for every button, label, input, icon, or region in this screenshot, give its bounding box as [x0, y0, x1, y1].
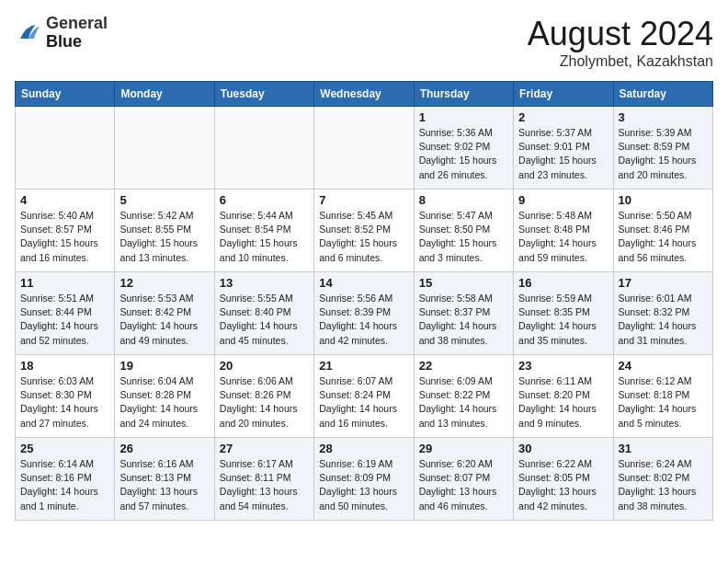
weekday-header-saturday: Saturday	[613, 82, 712, 107]
day-number: 9	[518, 193, 608, 207]
week-row-4: 18Sunrise: 6:03 AM Sunset: 8:30 PM Dayli…	[16, 355, 713, 438]
day-detail: Sunrise: 6:16 AM Sunset: 8:13 PM Dayligh…	[119, 457, 209, 513]
day-detail: Sunrise: 5:59 AM Sunset: 8:35 PM Dayligh…	[518, 292, 608, 348]
day-detail: Sunrise: 6:11 AM Sunset: 8:20 PM Dayligh…	[518, 374, 608, 431]
day-detail: Sunrise: 5:45 AM Sunset: 8:52 PM Dayligh…	[319, 209, 408, 265]
day-detail: Sunrise: 6:14 AM Sunset: 8:16 PM Dayligh…	[20, 457, 109, 513]
day-detail: Sunrise: 6:12 AM Sunset: 8:18 PM Dayligh…	[619, 374, 708, 431]
day-detail: Sunrise: 6:03 AM Sunset: 8:30 PM Dayligh…	[20, 374, 109, 431]
day-cell: 7Sunrise: 5:45 AM Sunset: 8:52 PM Daylig…	[314, 190, 414, 272]
day-number: 4	[20, 193, 109, 207]
day-cell: 8Sunrise: 5:47 AM Sunset: 8:50 PM Daylig…	[414, 190, 513, 272]
day-cell: 21Sunrise: 6:07 AM Sunset: 8:24 PM Dayli…	[314, 355, 414, 438]
day-cell: 3Sunrise: 5:39 AM Sunset: 8:59 PM Daylig…	[613, 107, 712, 190]
day-cell	[214, 107, 313, 190]
logo-line2: Blue	[46, 33, 108, 52]
week-row-3: 11Sunrise: 5:51 AM Sunset: 8:44 PM Dayli…	[16, 272, 713, 355]
day-cell: 18Sunrise: 6:03 AM Sunset: 8:30 PM Dayli…	[16, 355, 115, 438]
week-row-5: 25Sunrise: 6:14 AM Sunset: 8:16 PM Dayli…	[16, 438, 713, 521]
day-detail: Sunrise: 5:56 AM Sunset: 8:39 PM Dayligh…	[319, 292, 408, 348]
day-cell: 26Sunrise: 6:16 AM Sunset: 8:13 PM Dayli…	[115, 438, 214, 521]
weekday-header-monday: Monday	[115, 82, 214, 107]
weekday-header-wednesday: Wednesday	[314, 82, 414, 107]
day-number: 25	[20, 442, 109, 455]
day-cell: 1Sunrise: 5:36 AM Sunset: 9:02 PM Daylig…	[414, 107, 513, 190]
day-detail: Sunrise: 6:01 AM Sunset: 8:32 PM Dayligh…	[619, 292, 708, 348]
day-number: 23	[518, 359, 608, 373]
weekday-header-friday: Friday	[514, 82, 613, 107]
logo-text: General Blue	[46, 15, 108, 52]
day-detail: Sunrise: 5:51 AM Sunset: 8:44 PM Dayligh…	[20, 292, 109, 348]
weekday-header-tuesday: Tuesday	[214, 82, 313, 107]
day-number: 16	[518, 276, 608, 290]
week-row-1: 1Sunrise: 5:36 AM Sunset: 9:02 PM Daylig…	[16, 107, 713, 190]
day-detail: Sunrise: 6:04 AM Sunset: 8:28 PM Dayligh…	[119, 374, 209, 431]
day-cell: 2Sunrise: 5:37 AM Sunset: 9:01 PM Daylig…	[514, 107, 613, 190]
day-cell	[16, 107, 115, 190]
day-number: 20	[220, 359, 309, 373]
logo-icon	[15, 19, 42, 47]
day-number: 11	[20, 276, 109, 290]
day-cell: 10Sunrise: 5:50 AM Sunset: 8:46 PM Dayli…	[613, 190, 712, 272]
day-detail: Sunrise: 6:24 AM Sunset: 8:02 PM Dayligh…	[619, 457, 708, 513]
weekday-header-row: SundayMondayTuesdayWednesdayThursdayFrid…	[16, 82, 713, 107]
day-cell: 29Sunrise: 6:20 AM Sunset: 8:07 PM Dayli…	[414, 438, 513, 521]
day-number: 8	[419, 193, 508, 207]
day-number: 10	[619, 193, 708, 207]
day-detail: Sunrise: 5:55 AM Sunset: 8:40 PM Dayligh…	[220, 292, 309, 348]
day-detail: Sunrise: 5:50 AM Sunset: 8:46 PM Dayligh…	[619, 209, 708, 265]
title-block: August 2024 Zholymbet, Kazakhstan	[528, 15, 713, 70]
day-number: 22	[419, 359, 508, 373]
day-cell: 12Sunrise: 5:53 AM Sunset: 8:42 PM Dayli…	[115, 272, 214, 355]
day-cell: 11Sunrise: 5:51 AM Sunset: 8:44 PM Dayli…	[16, 272, 115, 355]
day-cell: 20Sunrise: 6:06 AM Sunset: 8:26 PM Dayli…	[214, 355, 313, 438]
day-number: 26	[119, 442, 209, 455]
day-number: 1	[419, 110, 508, 124]
day-number: 3	[619, 110, 708, 124]
day-cell: 28Sunrise: 6:19 AM Sunset: 8:09 PM Dayli…	[314, 438, 414, 521]
day-number: 14	[319, 276, 408, 290]
day-cell: 6Sunrise: 5:44 AM Sunset: 8:54 PM Daylig…	[214, 190, 313, 272]
day-number: 13	[220, 276, 309, 290]
day-cell: 30Sunrise: 6:22 AM Sunset: 8:05 PM Dayli…	[514, 438, 613, 521]
calendar-body: 1Sunrise: 5:36 AM Sunset: 9:02 PM Daylig…	[16, 107, 713, 521]
day-number: 21	[319, 359, 408, 373]
day-cell: 25Sunrise: 6:14 AM Sunset: 8:16 PM Dayli…	[16, 438, 115, 521]
weekday-header-thursday: Thursday	[414, 82, 513, 107]
day-cell: 23Sunrise: 6:11 AM Sunset: 8:20 PM Dayli…	[514, 355, 613, 438]
day-cell: 24Sunrise: 6:12 AM Sunset: 8:18 PM Dayli…	[613, 355, 712, 438]
day-detail: Sunrise: 5:53 AM Sunset: 8:42 PM Dayligh…	[119, 292, 209, 348]
day-number: 2	[518, 110, 608, 124]
week-row-2: 4Sunrise: 5:40 AM Sunset: 8:57 PM Daylig…	[16, 190, 713, 272]
day-number: 5	[119, 193, 209, 207]
day-cell: 15Sunrise: 5:58 AM Sunset: 8:37 PM Dayli…	[414, 272, 513, 355]
day-detail: Sunrise: 5:36 AM Sunset: 9:02 PM Dayligh…	[419, 126, 508, 182]
calendar-header: SundayMondayTuesdayWednesdayThursdayFrid…	[16, 82, 713, 107]
day-cell	[314, 107, 414, 190]
day-number: 30	[518, 442, 608, 455]
day-number: 24	[619, 359, 708, 373]
day-cell: 16Sunrise: 5:59 AM Sunset: 8:35 PM Dayli…	[514, 272, 613, 355]
day-detail: Sunrise: 5:44 AM Sunset: 8:54 PM Dayligh…	[220, 209, 309, 265]
day-detail: Sunrise: 5:40 AM Sunset: 8:57 PM Dayligh…	[20, 209, 109, 265]
day-number: 31	[619, 442, 708, 455]
day-number: 6	[220, 193, 309, 207]
day-detail: Sunrise: 6:20 AM Sunset: 8:07 PM Dayligh…	[419, 457, 508, 513]
day-cell: 19Sunrise: 6:04 AM Sunset: 8:28 PM Dayli…	[115, 355, 214, 438]
day-number: 12	[119, 276, 209, 290]
day-number: 15	[419, 276, 508, 290]
day-cell: 14Sunrise: 5:56 AM Sunset: 8:39 PM Dayli…	[314, 272, 414, 355]
day-detail: Sunrise: 5:58 AM Sunset: 8:37 PM Dayligh…	[419, 292, 508, 348]
page-header: General Blue August 2024 Zholymbet, Kaza…	[15, 15, 713, 70]
month-year-title: August 2024	[528, 15, 713, 53]
day-number: 27	[220, 442, 309, 455]
day-cell: 31Sunrise: 6:24 AM Sunset: 8:02 PM Dayli…	[613, 438, 712, 521]
day-cell	[115, 107, 214, 190]
day-detail: Sunrise: 6:09 AM Sunset: 8:22 PM Dayligh…	[419, 374, 508, 431]
day-detail: Sunrise: 6:07 AM Sunset: 8:24 PM Dayligh…	[319, 374, 408, 431]
day-number: 18	[20, 359, 109, 373]
day-cell: 27Sunrise: 6:17 AM Sunset: 8:11 PM Dayli…	[214, 438, 313, 521]
day-cell: 5Sunrise: 5:42 AM Sunset: 8:55 PM Daylig…	[115, 190, 214, 272]
calendar-table: SundayMondayTuesdayWednesdayThursdayFrid…	[15, 81, 713, 521]
weekday-header-sunday: Sunday	[16, 82, 115, 107]
